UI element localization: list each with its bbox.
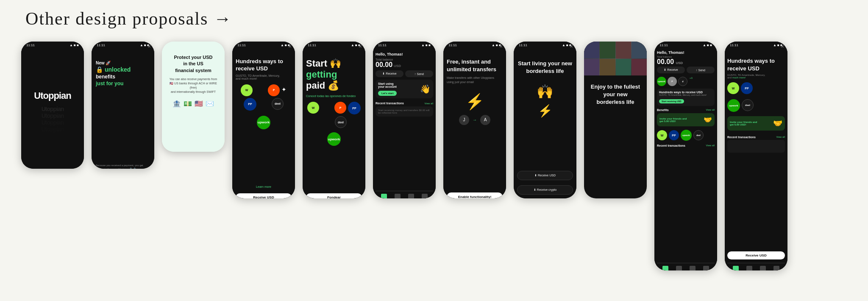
receive-usd-btn-11[interactable]: Receive USD: [727, 251, 785, 259]
person-avatar-1: J: [459, 115, 469, 125]
protect-usd-title: Protect your USDin the USfinancial syste…: [174, 54, 212, 74]
fondear-btn[interactable]: Fondear: [306, 193, 362, 198]
view-all-recent-10[interactable]: View all: [706, 144, 715, 147]
star-icon: ✦: [281, 86, 287, 95]
receive-crypto-btn-8[interactable]: ⬇ Receive crypto: [517, 185, 573, 195]
close-button-5[interactable]: ✕: [359, 44, 362, 49]
view-all-benefits-10[interactable]: View all: [706, 109, 715, 111]
start-receiving-btn-10[interactable]: Start receiving USD: [659, 99, 684, 103]
status-bar-4: 11:11 ▲ ■ ■: [232, 42, 295, 48]
transfer-people: J → A: [447, 115, 503, 125]
hundreds-subtitle-11: GUSTO, TD Ameritrade, Mercury,and much m…: [727, 74, 785, 79]
greeting-10: Hello, Thomas!: [657, 50, 715, 55]
status-bar-10: 11:11 ▲ ■ ■: [654, 42, 717, 48]
invite-emoji-10: 🤝: [704, 116, 712, 124]
payoneer-10: P: [668, 77, 677, 86]
view-all-6[interactable]: View all: [424, 102, 433, 105]
close-button-4[interactable]: ✕: [288, 44, 292, 49]
hands-emoji: 🙌: [517, 84, 573, 100]
transfer-arrow: →: [473, 117, 477, 122]
action-row-10: ⬇ Receive ↑ Send: [657, 66, 715, 75]
wise-11: W: [727, 82, 739, 94]
close-button-2[interactable]: ✕: [147, 44, 151, 49]
invite-text-block: Invite your friends and get 5.00 USD!: [659, 117, 687, 123]
send-btn-10[interactable]: ↑ Send: [687, 67, 715, 73]
unlocked-label: 🔒 unlocked: [96, 66, 150, 73]
status-bar-6: 11:11 ▲ ■ ■: [373, 42, 436, 48]
tab-profile-10[interactable]: [703, 266, 709, 270]
tab-transfers-10[interactable]: [690, 266, 696, 270]
close-button-8[interactable]: ✕: [570, 44, 573, 49]
wise-large-10: W: [657, 130, 667, 140]
tab-transfers-11[interactable]: [760, 266, 766, 270]
utoppian-logo-main: Utoppian: [34, 90, 71, 101]
send-btn-6[interactable]: ↑ Send: [405, 70, 433, 77]
photo-1: [584, 42, 599, 59]
mockup5-content: Start 🙌 getting paid 💰 Conocé todas las …: [303, 48, 365, 198]
balance-amount-6: 00.00: [376, 61, 392, 69]
tab-messages-11[interactable]: [746, 266, 752, 270]
payment-logos-large-10: W PP upwork deel: [657, 130, 715, 141]
payoneer-logo-5: P: [334, 102, 346, 114]
photo-8: [632, 59, 647, 76]
mockup1-content: Utoppian Utoppian Utoppian Utoppian Utop…: [21, 48, 84, 169]
enable-functionality-btn[interactable]: Enable functionality!: [447, 192, 503, 198]
plus-more-10: +3: [690, 77, 693, 86]
start-using-title: Start using: [378, 82, 397, 85]
tab-transfers[interactable]: [408, 194, 414, 198]
mockup-protect-usd: ✕ Protect your USDin the USfinancial sys…: [162, 42, 225, 152]
recent-label-11: Recent transactions: [727, 136, 756, 139]
logos-row-10: upwork P d +3: [657, 77, 715, 86]
close-button-11[interactable]: ✕: [781, 44, 784, 49]
recent-header-10: Recent transactions View all: [657, 144, 715, 147]
enjoy-title: Enjoy to the fullestyour newborderless l…: [588, 83, 643, 106]
payment-icons-row: 🏦 💵 🇺🇸 ✉️: [172, 100, 214, 108]
tab-home-10[interactable]: [662, 266, 668, 270]
recent-label-10: Recent transactions: [657, 144, 685, 147]
photo-7: [616, 59, 631, 76]
mockup-hundreds-ways-dark: 11:11 ▲ ■ ■ ✕ Hundreds ways toreceive US…: [232, 42, 295, 198]
mockup3-content: Protect your USDin the USfinancial syste…: [162, 42, 225, 152]
payment-logos-11: W PP: [727, 82, 785, 94]
photo-2: [600, 42, 615, 59]
upwork-11: upwork: [727, 99, 740, 112]
spacer5b: [321, 116, 333, 128]
tab-home[interactable]: [381, 194, 387, 198]
receive-btn-6[interactable]: ⬇ Receive: [376, 70, 403, 77]
receive-usd-btn-4[interactable]: Receive USD: [236, 193, 292, 198]
deel-11: deel: [742, 99, 754, 111]
close-button-7[interactable]: ✕: [499, 44, 503, 49]
person-avatar-2: A: [480, 115, 490, 125]
upwork-10: upwork: [657, 77, 666, 86]
icon-flag: 🇺🇸: [195, 100, 203, 108]
mockup-hello-thomas-tall: 11:11 ▲ ■ ■ Hello, Thomas! Total balance…: [654, 42, 717, 270]
hundreds-title: Hundreds ways toreceive USD: [236, 58, 292, 72]
mockup8-content: Start living your newborderless life 🙌 ⚡…: [514, 48, 576, 198]
upwork-logo-5: upwork: [327, 132, 341, 146]
balance-label-6: Total balance: [376, 58, 433, 61]
tab-profile-11[interactable]: [773, 266, 779, 270]
fondeo-link[interactable]: Conocé todas las opciones de fondeo: [306, 95, 362, 98]
upwork-logo-4: upwork: [257, 116, 270, 129]
lets-start-btn[interactable]: Let's start: [378, 91, 397, 96]
photo-collage: [584, 42, 647, 75]
tab-messages[interactable]: [395, 194, 401, 198]
lightning-icon: ⚡: [447, 93, 503, 111]
greeting-6: Hello, Thomas!: [376, 52, 433, 56]
your-account-title: your account: [378, 85, 397, 88]
benefits-label-10: Benefits: [657, 109, 669, 111]
echo-1: Utoppian: [42, 106, 64, 112]
tab-messages-10[interactable]: [676, 266, 682, 270]
learn-more-link[interactable]: Learn more: [236, 185, 292, 188]
invite-emoji-11: 🤝: [773, 119, 782, 128]
logos-row2-11: upwork deel: [727, 99, 785, 112]
receive-btn-10[interactable]: ⬇ Receive: [657, 67, 685, 73]
view-all-11[interactable]: View all: [776, 136, 785, 139]
free-transfers-title: Free, instant andunlimited transfers: [447, 58, 503, 73]
tab-home-11[interactable]: [733, 266, 739, 270]
receive-btn-container-11: Receive USD: [727, 248, 785, 259]
status-bar-7: 11:11 ▲ ■ ■: [443, 42, 506, 48]
deel-logo-5: deel: [335, 116, 347, 128]
receive-usd-btn-8[interactable]: ⬇ Receive USD: [517, 171, 573, 180]
tab-profile[interactable]: [422, 194, 428, 198]
